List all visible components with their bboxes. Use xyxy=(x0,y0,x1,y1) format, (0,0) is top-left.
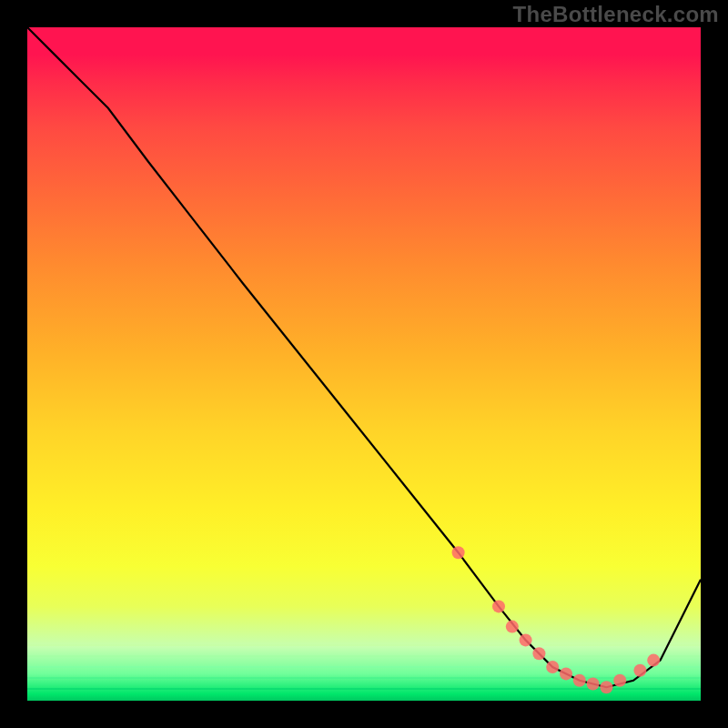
marker-dot xyxy=(532,647,545,660)
marker-dot xyxy=(600,681,612,693)
marker-dot xyxy=(452,546,465,559)
plot-area xyxy=(27,27,701,701)
marker-dot xyxy=(506,621,519,633)
marker-dot xyxy=(546,661,559,673)
marker-dot xyxy=(613,674,626,687)
watermark-text: TheBottleneck.com xyxy=(513,2,719,27)
marker-dot xyxy=(633,664,646,677)
marker-dot xyxy=(492,600,505,612)
chart-frame: TheBottleneck.com xyxy=(0,0,728,728)
marker-dot xyxy=(587,678,600,691)
marker-dot xyxy=(573,674,586,687)
marker-dot xyxy=(560,667,572,680)
marker-group xyxy=(452,546,661,693)
marker-dot xyxy=(520,633,532,646)
marker-dot xyxy=(647,654,660,667)
curve-svg xyxy=(27,27,701,701)
bottleneck-curve xyxy=(27,27,701,687)
